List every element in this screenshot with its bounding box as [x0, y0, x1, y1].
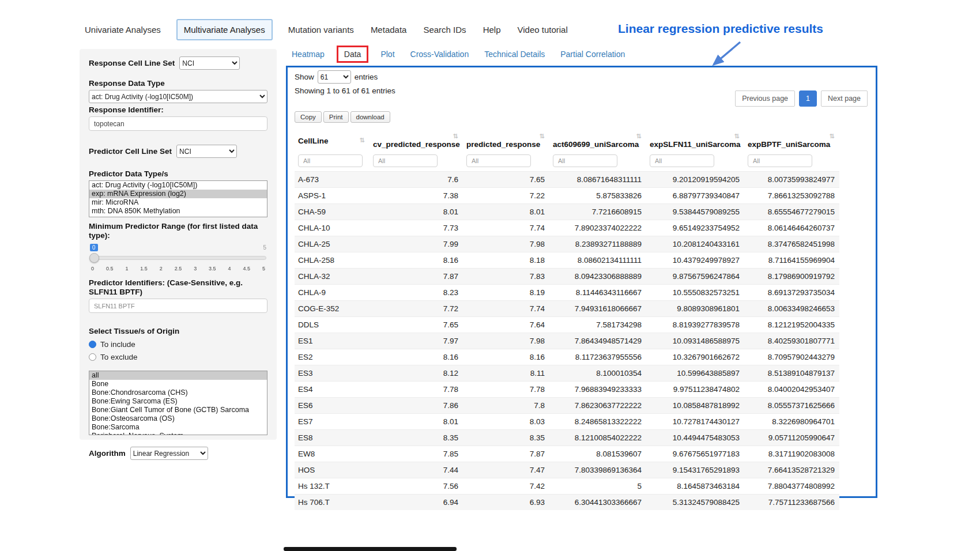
cell-value: 7.65 — [370, 317, 463, 333]
cell-value: 7.72 — [370, 301, 463, 317]
cell-value: 7.86613253092788 — [744, 188, 839, 204]
nav-item-help[interactable]: Help — [482, 20, 502, 39]
slider-tick-label: 1.5 — [140, 266, 148, 271]
nav-item-video-tutorial[interactable]: Video tutorial — [516, 20, 568, 39]
cell-line-name: ES6 — [295, 398, 370, 414]
export-button-print[interactable]: Print — [323, 111, 349, 123]
listbox-option-bone-ewing-sarcoma-es[interactable]: Bone:Ewing Sarcoma (ES) — [89, 397, 267, 406]
listbox-option-mir-microrna[interactable]: mir: MicroRNA — [89, 198, 267, 207]
column-header-cellline[interactable]: ⇅CellLine — [295, 127, 370, 153]
cell-line-name: ES7 — [295, 414, 370, 430]
column-header-expbptf-unisarcoma[interactable]: ⇅expBPTF_uniSarcoma — [744, 127, 839, 153]
current-page-button[interactable]: 1 — [799, 90, 817, 107]
export-button-download[interactable]: download — [350, 111, 390, 123]
predictor-cell-line-set-row: Predictor Cell Line Set NCI — [89, 145, 267, 158]
listbox-option-bone-sarcoma[interactable]: Bone:Sarcoma — [89, 423, 267, 432]
min-range-slider[interactable]: 0 5 00.511.522.533.544.55 — [90, 244, 266, 274]
previous-page-button[interactable]: Previous page — [735, 90, 795, 107]
cell-value: 7.64 — [463, 317, 549, 333]
cell-value: 8.51389104879137 — [744, 365, 839, 382]
tab-heatmap[interactable]: Heatmap — [292, 50, 325, 59]
sort-icon[interactable]: ⇅ — [830, 133, 835, 140]
column-header-cv-predicted-response[interactable]: ⇅cv_predicted_response — [370, 127, 463, 153]
slider-handle[interactable] — [89, 253, 99, 263]
tab-technical-details[interactable]: Technical Details — [484, 50, 545, 59]
slider-track[interactable] — [90, 256, 266, 260]
cell-value: 7.80339869136364 — [549, 462, 646, 478]
listbox-option-mth-dna-850k-methylation[interactable]: mth: DNA 850K Methylation — [89, 207, 267, 216]
nav-item-metadata[interactable]: Metadata — [370, 20, 408, 39]
tab-data[interactable]: Data — [337, 46, 369, 63]
predictor-cell-line-set-select[interactable]: NCI — [176, 145, 237, 158]
cell-value: 8.05557371625666 — [744, 398, 839, 414]
listbox-option-bone-giant-cell-tumor-of-bone-gctb-sarcoma[interactable]: Bone:Giant Cell Tumor of Bone (GCTB) Sar… — [89, 406, 267, 414]
showing-status: Showing 1 to 61 of 61 entries — [295, 86, 395, 95]
slider-tick-label: 2 — [160, 266, 163, 271]
column-header-expslfn11-unisarcoma[interactable]: ⇅expSLFN11_uniSarcoma — [646, 127, 744, 153]
nav-item-univariate-analyses[interactable]: Univariate Analyses — [84, 20, 162, 39]
results-panel: Show 61 entries Showing 1 to 61 of 61 en… — [286, 66, 877, 498]
next-page-button[interactable]: Next page — [821, 90, 868, 107]
cell-value: 8.18 — [463, 252, 549, 269]
export-button-copy[interactable]: Copy — [295, 111, 322, 123]
predictor-data-type-listbox[interactable]: act: Drug Activity (-log10[IC50M])exp: m… — [89, 180, 267, 217]
sort-icon[interactable]: ⇅ — [540, 133, 545, 140]
cell-value: 8.00633498246653 — [744, 301, 839, 317]
tab-plot[interactable]: Plot — [380, 50, 394, 59]
column-filter-input-expbptf-unisarcoma[interactable] — [748, 154, 812, 167]
column-filter-input-act609699-unisarcoma[interactable] — [553, 154, 617, 167]
radio-option-to-include[interactable]: To include — [89, 340, 267, 349]
predictor-data-type-label: Predictor Data Type/s — [89, 169, 267, 179]
cell-line-name: CHLA-25 — [295, 236, 370, 252]
listbox-option-act-drug-activity-log10-ic50m[interactable]: act: Drug Activity (-log10[IC50M]) — [89, 181, 267, 190]
radio-option-to-exclude[interactable]: To exclude — [89, 353, 267, 361]
column-filter-input-cellline[interactable] — [298, 154, 363, 167]
response-cell-line-set-select[interactable]: NCI — [179, 56, 240, 70]
tab-partial-correlation[interactable]: Partial Correlation — [560, 50, 625, 59]
column-filter-input-cv-predicted-response[interactable] — [373, 154, 438, 167]
predictor-identifiers-input[interactable] — [89, 299, 267, 313]
cell-value: 8.1645873463184 — [646, 478, 744, 495]
listbox-option-bone-chondrosarcoma-chs[interactable]: Bone:Chondrosarcoma (CHS) — [89, 388, 267, 397]
column-filter-input-expslfn11-unisarcoma[interactable] — [650, 154, 714, 167]
column-header-predicted-response[interactable]: ⇅predicted_response — [463, 127, 549, 153]
cell-value: 8.08602134111111 — [549, 252, 646, 269]
radio-button[interactable] — [89, 341, 96, 348]
tissue-radio-group: To includeTo exclude — [89, 340, 267, 361]
response-data-type-select[interactable]: act: Drug Activity (-log10[IC50M]) — [89, 90, 267, 103]
tab-cross-validation[interactable]: Cross-Validation — [410, 50, 469, 59]
listbox-option-bone[interactable]: Bone — [89, 380, 267, 388]
column-header-label: predicted_response — [466, 140, 540, 149]
show-entries-select[interactable]: 61 — [318, 70, 351, 84]
cell-value: 8.06146464260737 — [744, 220, 839, 236]
sort-icon[interactable]: ⇅ — [636, 133, 642, 140]
sort-icon[interactable]: ⇅ — [453, 133, 458, 140]
cell-value: 7.74 — [463, 220, 549, 236]
cell-value: 9.65149233754952 — [646, 220, 744, 236]
nav-item-mutation-variants[interactable]: Mutation variants — [287, 20, 355, 39]
listbox-option-bone-osteosarcoma-os[interactable]: Bone:Osteosarcoma (OS) — [89, 414, 267, 423]
column-header-act609699-unisarcoma[interactable]: ⇅act609699_uniSarcoma — [549, 127, 646, 153]
response-identifier-input[interactable] — [89, 116, 267, 131]
nav-item-search-ids[interactable]: Search IDs — [422, 20, 467, 39]
cell-value: 8.11 — [463, 365, 549, 382]
sort-icon[interactable]: ⇅ — [734, 133, 740, 140]
cell-value: 5.31324579088425 — [646, 495, 744, 511]
nav-item-multivariate-analyses[interactable]: Multivariate Analyses — [176, 19, 273, 40]
listbox-option-peripheral-nervous-system[interactable]: Peripheral_Nervous_System — [89, 432, 267, 435]
algorithm-select[interactable]: Linear Regression — [130, 447, 208, 460]
radio-button[interactable] — [89, 353, 96, 361]
column-filter-input-predicted-response[interactable] — [466, 154, 531, 167]
cell-line-name: CHLA-10 — [295, 220, 370, 236]
listbox-option-exp-mrna-expression-log2[interactable]: exp: mRNA Expression (log2) — [89, 190, 267, 198]
cell-value: 7.96883949233333 — [549, 382, 646, 398]
cell-value: 10.5550832573251 — [646, 285, 744, 301]
sort-icon[interactable]: ⇅ — [360, 137, 365, 144]
column-header-label: expBPTF_uniSarcoma — [748, 140, 830, 149]
tissue-listbox[interactable]: allBoneBone:Chondrosarcoma (CHS)Bone:Ewi… — [89, 371, 267, 435]
cell-value: 8.100010354 — [549, 365, 646, 382]
cell-value: 7.78 — [370, 382, 463, 398]
listbox-option-all[interactable]: all — [89, 371, 267, 380]
cell-value: 8.3226980964701 — [744, 414, 839, 430]
cell-value: 7.86 — [370, 398, 463, 414]
